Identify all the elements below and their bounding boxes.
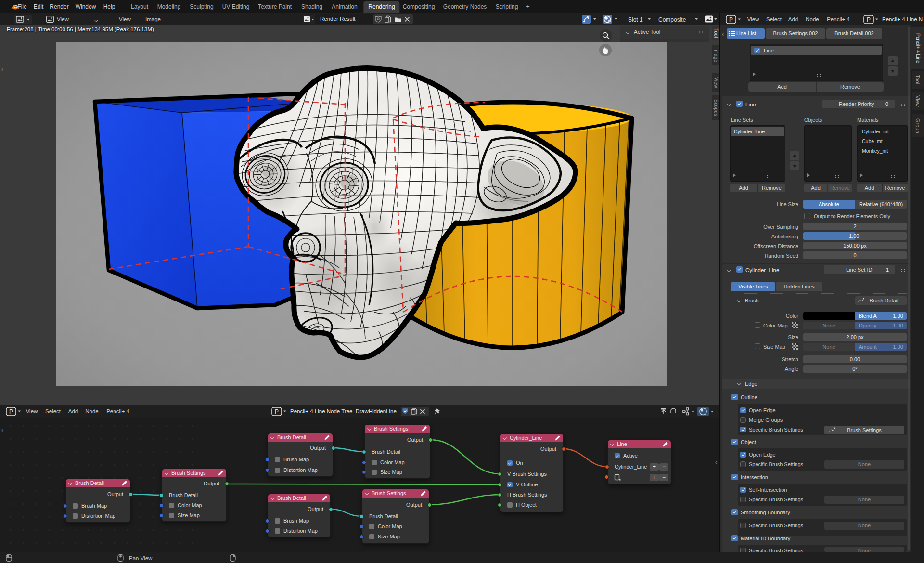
- svg-text:Composite: Composite: [658, 16, 686, 23]
- svg-text:Pan View: Pan View: [129, 555, 153, 561]
- svg-text:P: P: [867, 16, 871, 23]
- svg-text:Slot 1: Slot 1: [628, 16, 643, 23]
- svg-text:P: P: [729, 16, 733, 23]
- svg-text:P: P: [275, 408, 279, 415]
- svg-text:P: P: [9, 408, 13, 415]
